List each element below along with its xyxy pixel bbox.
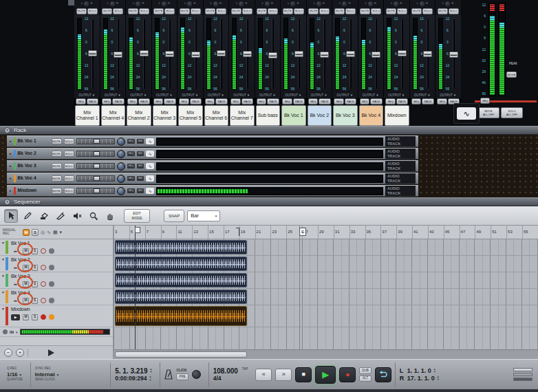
fast-forward-button[interactable]: » <box>275 369 292 381</box>
pan-knob[interactable] <box>420 1 424 6</box>
level-slider[interactable] <box>76 151 115 157</box>
grid-icon[interactable]: ▦ <box>53 230 58 235</box>
solo-button[interactable]: SOLO <box>64 138 74 144</box>
pan-knob[interactable] <box>265 1 270 6</box>
stop-button[interactable]: ■ <box>295 367 312 382</box>
mute-button[interactable]: MUTE <box>334 8 345 14</box>
track-row[interactable]: ▼ Bk Voc 3 ▸▸ M S <box>0 272 113 289</box>
master-seq-nav-button[interactable]: SEQ <box>480 98 490 104</box>
position-bars-display[interactable]: 5. 1. 3.219 <box>115 367 147 375</box>
track-solo-button[interactable]: S <box>32 298 38 304</box>
track-name[interactable]: Mixdown <box>11 305 113 313</box>
seq-nav-button[interactable]: SEQ <box>282 98 292 105</box>
rack-nav-button[interactable]: RACK <box>345 98 356 105</box>
slider-handle[interactable] <box>94 188 100 193</box>
fold-triangle-icon[interactable]: ▸ <box>10 152 12 155</box>
spectrum-window-button[interactable]: ∿ <box>453 103 480 124</box>
seq-nav-button[interactable]: SEQ <box>76 98 85 105</box>
output-routing-label[interactable]: OUTPUT ▼ <box>358 93 385 98</box>
seq-nav-button[interactable]: SEQ <box>179 98 189 105</box>
monitor-button[interactable] <box>49 265 54 270</box>
track-name[interactable]: Bk Voc 4 <box>11 289 113 296</box>
track-name[interactable]: Bk Voc 3 <box>11 272 113 280</box>
fold-triangle-icon[interactable]: ▼ <box>1 258 5 261</box>
track-mute-button[interactable]: M <box>23 281 29 287</box>
level-slider[interactable] <box>76 138 115 144</box>
pan-knob[interactable] <box>342 1 347 6</box>
eraser-tool[interactable] <box>37 209 51 223</box>
mute-button[interactable]: MUTE <box>386 8 396 14</box>
solo-button[interactable]: SOLO <box>87 8 98 14</box>
output-routing-label[interactable]: OUTPUT ▼ <box>204 93 230 98</box>
record-enable-button[interactable] <box>41 248 46 254</box>
level-slider[interactable] <box>76 175 115 182</box>
step-down-icon[interactable]: ▼ <box>149 371 152 373</box>
level-slider[interactable] <box>76 188 115 194</box>
mute-button[interactable]: MUTE <box>205 8 215 14</box>
mix-button[interactable]: MIX <box>137 176 144 181</box>
solo-all-off-button[interactable]: SOLO ALL OFF <box>501 107 523 118</box>
channel-name-tab[interactable]: Mix Channel 1 <box>75 105 100 126</box>
automation-icon[interactable]: ∿ <box>47 230 51 235</box>
mute-button[interactable]: MUTE <box>52 151 62 157</box>
record-enable-button[interactable] <box>41 265 46 270</box>
seq-nav-button[interactable]: SEQ <box>385 98 395 105</box>
pan-knob[interactable] <box>117 138 125 146</box>
master-solo-button[interactable]: S <box>32 229 39 236</box>
output-routing-label[interactable]: OUTPUT ▼ <box>126 93 152 98</box>
rack-nav-button[interactable]: RACK <box>422 98 433 105</box>
send-clock-label[interactable]: SEND CLOCK <box>35 378 58 382</box>
mute-button[interactable]: MUTE <box>360 8 370 14</box>
seq-button[interactable]: SEQ <box>127 139 135 144</box>
rack-header[interactable]: ▾ Rack <box>0 126 538 135</box>
output-routing-label[interactable]: OUTPUT ▼ <box>100 93 127 98</box>
rack-nav-button[interactable]: RACK <box>138 98 150 105</box>
rack-device-row[interactable]: ▸ Bk Voc 2 MUTE SOLO SEQ MIX ∿ <box>7 148 418 160</box>
mute-button[interactable]: MUTE <box>52 163 62 169</box>
solo-button[interactable]: SOLO <box>242 8 252 14</box>
volume-fader-handle[interactable] <box>398 50 407 56</box>
fold-triangle-icon[interactable]: ▸ <box>10 189 12 193</box>
solo-button[interactable]: SOLO <box>422 8 433 14</box>
pan-knob[interactable] <box>117 187 125 195</box>
mute-button[interactable]: MUTE <box>283 8 293 14</box>
rack-nav-button[interactable]: RACK <box>112 98 124 105</box>
fold-icon[interactable]: ▾ <box>4 199 10 205</box>
output-routing-label[interactable]: OUTPUT ▼ <box>307 93 333 98</box>
mixer-scroll-nub[interactable] <box>68 0 74 6</box>
pan-knob[interactable] <box>290 1 295 6</box>
select-tool[interactable] <box>4 209 18 223</box>
volume-fader-handle[interactable] <box>217 50 226 56</box>
click-level-knob[interactable] <box>192 370 201 379</box>
seq-nav-button[interactable]: SEQ <box>230 98 240 105</box>
seq-button[interactable]: SEQ <box>127 188 135 193</box>
fold-triangle-icon[interactable]: ▼ <box>1 291 5 294</box>
solo-button[interactable]: SOLO <box>345 8 356 14</box>
q-rec-label[interactable]: Q REC <box>7 367 23 371</box>
follow-song-button[interactable] <box>48 349 54 356</box>
rack-nav-button[interactable]: RACK <box>164 98 175 105</box>
mute-button[interactable]: MUTE <box>52 175 62 182</box>
slider-handle[interactable] <box>94 139 100 144</box>
record-enable-button[interactable] <box>41 314 46 320</box>
right-locator-stepper[interactable]: ▲ ▼ <box>437 375 440 382</box>
step-down-icon[interactable]: ▼ <box>433 371 436 373</box>
waveform-icon[interactable]: ∿ <box>146 175 154 182</box>
waveform-icon[interactable]: ∿ <box>146 151 154 157</box>
solo-button[interactable]: SOLO <box>449 8 459 14</box>
mute-button[interactable]: MUTE <box>231 8 241 14</box>
seq-nav-button[interactable]: SEQ <box>153 98 163 105</box>
fold-icon[interactable]: ▾ <box>4 127 10 133</box>
channel-name-tab[interactable] <box>411 105 435 126</box>
track-mute-button[interactable]: M <box>23 248 29 254</box>
solo-button[interactable]: SOLO <box>164 8 175 14</box>
volume-fader-handle[interactable] <box>346 51 355 57</box>
volume-fader-handle[interactable] <box>320 52 329 58</box>
mute-button[interactable]: MUTE <box>76 8 87 14</box>
slider-handle[interactable] <box>94 151 100 156</box>
channel-name-tab[interactable]: Mix Channel 4 <box>101 105 126 126</box>
pan-knob[interactable] <box>368 1 373 6</box>
rewind-button[interactable]: « <box>255 369 272 381</box>
channel-name-tab[interactable]: Bk Voc 1 <box>281 105 306 126</box>
waveform-icon[interactable]: ∿ <box>146 163 154 169</box>
